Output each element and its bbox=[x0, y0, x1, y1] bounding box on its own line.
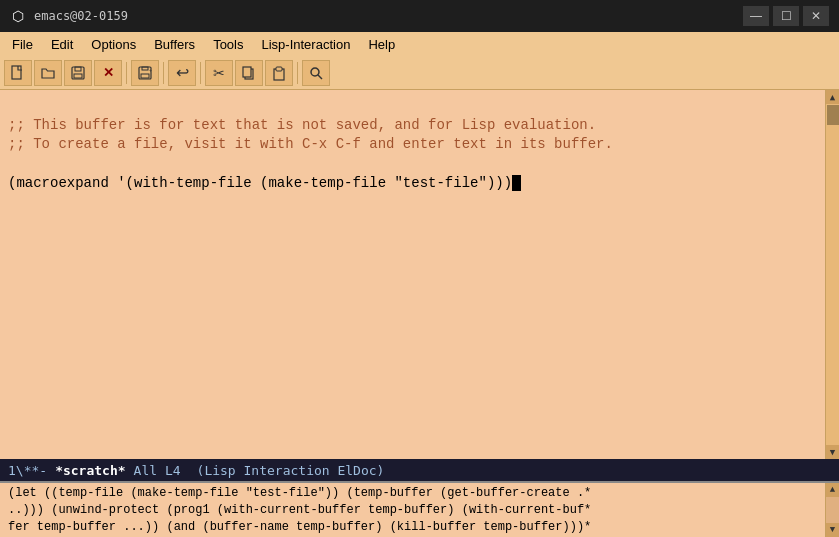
tb-sep2 bbox=[163, 62, 164, 84]
copy-btn[interactable] bbox=[235, 60, 263, 86]
output-line-3: fer temp-buffer ...)) (and (buffer-name … bbox=[8, 519, 831, 536]
svg-point-12 bbox=[311, 68, 319, 76]
close-button[interactable]: ✕ bbox=[803, 6, 829, 26]
status-position: All L4 bbox=[134, 463, 181, 478]
menu-options[interactable]: Options bbox=[83, 35, 144, 54]
svg-rect-5 bbox=[142, 67, 148, 70]
statusbar: 1\**- *scratch* All L4 (Lisp Interaction… bbox=[0, 459, 839, 481]
scroll-track[interactable] bbox=[826, 104, 840, 445]
menu-lisp-interaction[interactable]: Lisp-Interaction bbox=[253, 35, 358, 54]
scroll-thumb[interactable] bbox=[827, 105, 839, 125]
text-cursor bbox=[512, 175, 521, 191]
svg-rect-3 bbox=[74, 74, 82, 78]
scroll-up-arrow[interactable]: ▲ bbox=[826, 90, 840, 104]
comment-line-2: ;; To create a file, visit it with C-x C… bbox=[8, 136, 613, 152]
cut-btn[interactable]: ✂ bbox=[205, 60, 233, 86]
editor-area[interactable]: ;; This buffer is for text that is not s… bbox=[0, 90, 825, 459]
svg-rect-11 bbox=[276, 67, 282, 71]
search-btn[interactable] bbox=[302, 60, 330, 86]
titlebar-left: ⬡ emacs@02-0159 bbox=[10, 8, 128, 24]
toolbar: ✕ + ↩ ✂ bbox=[0, 56, 839, 90]
output-scroll-up[interactable]: ▲ bbox=[826, 483, 840, 497]
open-file-btn[interactable] bbox=[34, 60, 62, 86]
paste-btn[interactable] bbox=[265, 60, 293, 86]
svg-rect-0 bbox=[12, 66, 21, 79]
tb-sep1 bbox=[126, 62, 127, 84]
svg-line-13 bbox=[318, 75, 322, 79]
code-line-1: (macroexpand '(with-temp-file (make-temp… bbox=[8, 175, 521, 191]
maximize-button[interactable]: ☐ bbox=[773, 6, 799, 26]
minimize-button[interactable]: — bbox=[743, 6, 769, 26]
menu-tools[interactable]: Tools bbox=[205, 35, 251, 54]
scrollbar: ▲ ▼ bbox=[825, 90, 839, 459]
scroll-down-arrow[interactable]: ▼ bbox=[826, 445, 840, 459]
save-btn[interactable] bbox=[64, 60, 92, 86]
output-scroll-down[interactable]: ▼ bbox=[826, 523, 840, 537]
titlebar: ⬡ emacs@02-0159 — ☐ ✕ bbox=[0, 0, 839, 32]
comment-line-1: ;; This buffer is for text that is not s… bbox=[8, 117, 596, 133]
output-line-2: ..))) (unwind-protect (prog1 (with-curre… bbox=[8, 502, 831, 519]
editor-container: ;; This buffer is for text that is not s… bbox=[0, 90, 839, 459]
output-area: (let ((temp-file (make-temp-file "test-f… bbox=[0, 481, 839, 537]
titlebar-controls: — ☐ ✕ bbox=[743, 6, 829, 26]
menu-buffers[interactable]: Buffers bbox=[146, 35, 203, 54]
cut-x-btn[interactable]: ✕ bbox=[94, 60, 122, 86]
menu-file[interactable]: File bbox=[4, 35, 41, 54]
status-mode: (Lisp Interaction ElDoc) bbox=[197, 463, 385, 478]
save-as-btn[interactable]: + bbox=[131, 60, 159, 86]
svg-text:+: + bbox=[149, 67, 152, 73]
output-scrollbar: ▲ ▼ bbox=[825, 483, 839, 537]
svg-rect-6 bbox=[141, 74, 149, 78]
status-flags: 1\**- bbox=[8, 463, 47, 478]
output-line-1: (let ((temp-file (make-temp-file "test-f… bbox=[8, 485, 831, 502]
status-buffer-name: *scratch* bbox=[55, 463, 125, 478]
emacs-icon: ⬡ bbox=[10, 8, 26, 24]
new-file-btn[interactable] bbox=[4, 60, 32, 86]
titlebar-title: emacs@02-0159 bbox=[34, 9, 128, 23]
menubar: File Edit Options Buffers Tools Lisp-Int… bbox=[0, 32, 839, 56]
svg-rect-9 bbox=[243, 67, 251, 77]
blank-line bbox=[8, 156, 16, 172]
tb-sep4 bbox=[297, 62, 298, 84]
undo-btn[interactable]: ↩ bbox=[168, 60, 196, 86]
menu-edit[interactable]: Edit bbox=[43, 35, 81, 54]
menu-help[interactable]: Help bbox=[360, 35, 403, 54]
tb-sep3 bbox=[200, 62, 201, 84]
